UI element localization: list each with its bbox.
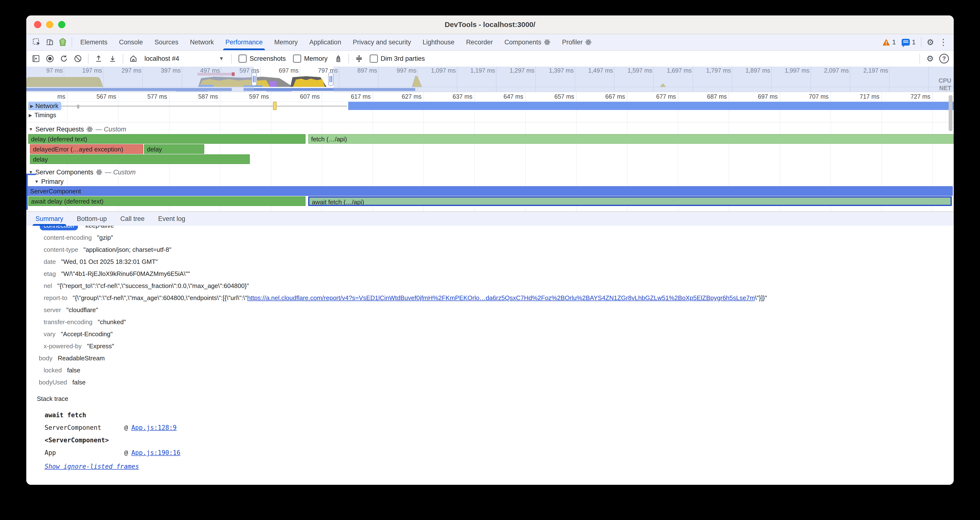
detail-key: transfer-encoding	[44, 318, 92, 326]
history-select[interactable]: localhost #4 ▼	[141, 55, 228, 62]
tab-application[interactable]: Application	[304, 34, 347, 50]
source-link-app-js-190-16[interactable]: App.js:190:16	[131, 449, 181, 456]
device-toolbar-icon[interactable]	[43, 36, 56, 49]
flame-bar-delay[interactable]: delay	[30, 154, 250, 164]
flame-row: delay	[26, 154, 954, 164]
selection-handle-left[interactable]	[251, 72, 257, 86]
ruler-tick: 597 ms	[220, 92, 271, 101]
flame-bar-await-fetch-api-[interactable]: await fetch (…/api)	[308, 196, 952, 206]
track-rows: ▶ Network ▶ Timings ▼ Server Requests	[26, 101, 954, 211]
extension-gem-icon[interactable]	[56, 36, 69, 49]
flame-bar-servercomponent[interactable]: ServerComponent	[27, 186, 953, 196]
more-options-icon[interactable]: ⋮	[937, 36, 950, 49]
tab-elements[interactable]: Elements	[75, 34, 113, 50]
detail-value: "W/\"4b1-RjEJloX9kRinu6F0MAZMmy6E5iA\""	[61, 270, 190, 278]
tab-console[interactable]: Console	[113, 34, 149, 50]
tab-network[interactable]: Network	[184, 34, 220, 50]
capture-settings-gear-icon[interactable]: ⚙	[924, 52, 936, 65]
detail-key: report-to	[44, 294, 67, 302]
record-icon[interactable]	[44, 52, 56, 65]
tab-lighthouse[interactable]: Lighthouse	[417, 34, 460, 50]
detail-key: etag	[44, 270, 56, 278]
tab-bottom-up[interactable]: Bottom-up	[70, 212, 114, 226]
server-requests-header[interactable]: ▼ Server Requests — Custom	[26, 124, 954, 134]
network-request-bar[interactable]	[348, 102, 954, 110]
clear-icon[interactable]	[72, 52, 84, 65]
tab-memory[interactable]: Memory	[268, 34, 304, 50]
track-resize-handle[interactable]	[77, 105, 80, 108]
show-ignore-listed-frames-link[interactable]: Show ignore-listed frames	[45, 463, 139, 470]
tab-summary[interactable]: Summary	[29, 212, 70, 226]
ruler-tick: 687 ms	[678, 92, 729, 101]
checkbox-box	[239, 54, 247, 63]
ruler-tick: 707 ms	[780, 92, 831, 101]
flame-chart[interactable]: ms567 ms577 ms587 ms597 ms607 ms617 ms62…	[26, 92, 954, 211]
react-atom-icon	[585, 39, 592, 46]
divider	[920, 54, 920, 64]
detail-key: nel	[44, 282, 52, 289]
detail-key[interactable]: connection	[40, 226, 78, 231]
flame-bar-delay[interactable]: delay	[144, 144, 204, 154]
vertical-scrollbar[interactable]	[949, 95, 953, 131]
network-track-label[interactable]: ▶ Network	[28, 102, 61, 110]
stack-frames: await fetchServerComponent@App.js:128:9<…	[37, 409, 954, 459]
titlebar: DevTools - localhost:3000/	[26, 16, 954, 34]
warning-count: 1	[892, 38, 896, 46]
collect-garbage-icon[interactable]	[332, 52, 345, 65]
report-url-link[interactable]: https://a.nel.cloudflare.com/report/v4?s…	[247, 294, 755, 302]
checkbox-box	[293, 54, 301, 63]
home-icon[interactable]	[127, 52, 140, 65]
summary-pane: connection"keep-alive"content-encoding"g…	[26, 226, 954, 485]
flame-bar-delay-deferred-text-[interactable]: delay (deferred text)	[28, 134, 305, 144]
selection-handle-right[interactable]	[328, 72, 334, 86]
flame-bar-fetch-api-[interactable]: fetch (…/api)	[308, 134, 954, 144]
flame-bar-delayederror-ayed-exception-[interactable]: delayedError (…ayed exception)	[30, 144, 143, 154]
network-marker[interactable]	[273, 102, 277, 110]
network-track[interactable]: ▶ Network	[26, 101, 954, 110]
message-icon	[902, 39, 910, 46]
detail-row-body: bodyReadableStream	[37, 352, 954, 364]
warning-badge[interactable]: 1	[882, 38, 896, 46]
checkbox-box	[370, 54, 378, 63]
source-link-app-js-128-9[interactable]: App.js:128:9	[131, 424, 177, 431]
record-and-reload-icon[interactable]	[57, 52, 70, 65]
screenshots-checkbox[interactable]: Screenshots	[235, 54, 289, 63]
ruler-tick: 607 ms	[271, 92, 322, 101]
track-accent	[26, 174, 36, 175]
disclosure-down-icon: ▼	[29, 127, 33, 132]
memory-checkbox[interactable]: Memory	[290, 54, 331, 63]
tab-sources[interactable]: Sources	[149, 34, 184, 50]
overview-shade-right	[334, 67, 954, 92]
tab-components[interactable]: Components	[499, 34, 556, 50]
server-components-header[interactable]: ▼ Server Components — Custom	[26, 167, 954, 177]
detail-key: body	[39, 355, 52, 362]
tab-recorder[interactable]: Recorder	[460, 34, 499, 50]
detail-value: "cloudflare"	[66, 306, 98, 314]
load-profile-icon[interactable]	[92, 52, 105, 65]
inspect-element-icon[interactable]	[30, 36, 43, 49]
timeline-overview[interactable]: 97 ms197 ms297 ms397 ms497 ms597 ms697 m…	[26, 67, 954, 92]
tab-privacy-and-security[interactable]: Privacy and security	[347, 34, 417, 50]
live-metrics-icon[interactable]	[30, 52, 42, 65]
primary-subtrack-header[interactable]: ▼ Primary	[26, 177, 954, 186]
message-badge[interactable]: 1	[902, 38, 916, 46]
react-atom-icon	[96, 169, 102, 176]
disclosure-right-icon: ▶	[30, 103, 33, 109]
help-icon[interactable]: ?	[938, 52, 950, 65]
dim-3rd-parties-checkbox[interactable]: Dim 3rd parties	[367, 54, 428, 63]
detail-value: "{\"report_to\":\"cf-nel\",\"success_fra…	[57, 282, 249, 289]
detail-value: "Express"	[87, 342, 114, 350]
detail-value: "Wed, 01 Oct 2025 18:32:01 GMT"	[61, 258, 158, 266]
timings-track[interactable]: ▶ Timings	[26, 110, 954, 119]
flame-bar-await-delay-deferred-text-[interactable]: await delay (deferred text)	[28, 196, 305, 206]
tab-profiler[interactable]: Profiler	[556, 34, 598, 50]
tab-performance[interactable]: Performance	[220, 34, 269, 50]
collapse-tracks-icon[interactable]	[353, 52, 365, 65]
settings-gear-icon[interactable]: ⚙	[924, 36, 937, 49]
tab-event-log[interactable]: Event log	[151, 212, 192, 226]
detail-key: x-powered-by	[44, 342, 82, 350]
detail-key: server	[44, 306, 61, 314]
save-profile-icon[interactable]	[107, 52, 119, 65]
flame-row: delayedError (…ayed exception)delay	[26, 144, 954, 154]
tab-call-tree[interactable]: Call tree	[114, 212, 151, 226]
